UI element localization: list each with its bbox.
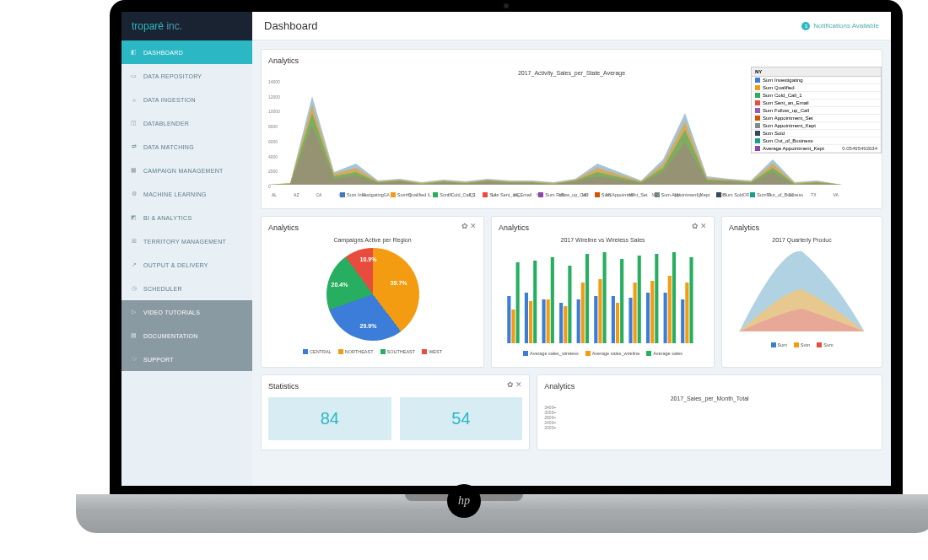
sidebar-item-data-ingestion[interactable]: ⟐DATA INGESTION	[121, 88, 252, 111]
svg-rect-0	[507, 296, 510, 343]
camera-dot	[504, 3, 509, 8]
svg-rect-27	[664, 293, 667, 343]
svg-rect-22	[634, 283, 637, 343]
svg-rect-1	[511, 310, 515, 343]
page-title: Dashboard	[264, 19, 318, 32]
sidebar-item-territory-management[interactable]: ⊞TERRITORY MANAGEMENT	[121, 229, 252, 253]
svg-rect-30	[681, 299, 684, 343]
sidebar-item-datablender[interactable]: ◫DATABLENDER	[121, 111, 252, 135]
row-mid: Analytics ✿ ✕ Campaigns Active per Regio…	[261, 216, 882, 368]
card-actions[interactable]: ✿ ✕	[507, 380, 523, 389]
card-title: Analytics	[499, 223, 707, 232]
legend-item: Sum	[771, 342, 787, 347]
svg-rect-16	[598, 279, 602, 343]
nav-icon: ◧	[130, 48, 138, 57]
nav-icon: ♡	[130, 355, 138, 363]
svg-rect-21	[629, 298, 632, 343]
svg-rect-7	[547, 299, 550, 343]
sidebar-item-support[interactable]: ♡SUPPORT	[121, 347, 252, 371]
card-title: Analytics	[268, 57, 875, 65]
chart-tooltip: NY Sum InvestigatingSum QualifiedSum Col…	[751, 67, 882, 153]
tooltip-header: NY	[752, 67, 881, 77]
svg-rect-6	[542, 299, 545, 343]
brand-name: troparé	[132, 20, 164, 32]
stat-value: 54	[412, 409, 511, 428]
sidebar-item-scheduler[interactable]: ◷SCHEDULER	[121, 277, 252, 300]
svg-rect-17	[603, 252, 607, 343]
svg-rect-2	[516, 262, 520, 343]
legend-item: Sum	[794, 342, 810, 347]
tooltip-row: Sum Sold	[752, 130, 881, 137]
nav-icon: ↗	[130, 261, 138, 269]
nav-icon: ▤	[130, 331, 138, 340]
nav-label: MACHINE LEARNING	[143, 191, 207, 197]
sidebar-item-data-matching[interactable]: ⇄DATA MATCHING	[121, 135, 252, 159]
svg-rect-14	[585, 254, 589, 343]
area-chart-quarterly	[729, 243, 875, 339]
svg-rect-9	[559, 303, 563, 343]
nav-icon: ▭	[130, 72, 138, 80]
svg-rect-26	[655, 254, 658, 343]
legend-item: Average sales_wireline	[585, 351, 639, 356]
svg-rect-20	[620, 259, 623, 343]
pie-chart: 39.7% 29.9% 20.4% 10.9%	[326, 248, 419, 341]
svg-rect-12	[577, 299, 580, 343]
content: Analytics 2017_Activity_Sales_per_State_…	[252, 40, 891, 486]
sidebar-item-output-delivery[interactable]: ↗OUTPUT & DELIVERY	[121, 253, 252, 277]
nav-label: BI & ANALYTICS	[143, 215, 192, 221]
row-bottom: Statistics ✿ ✕ 84 54 Analytics 2017_Sale…	[261, 374, 882, 450]
sidebar-item-campaign-management[interactable]: ▦CAMPAIGN MANAGEMENT	[121, 159, 252, 182]
sidebar-item-video-tutorials[interactable]: ▷VIDEO TUTORIALS	[121, 300, 252, 324]
tooltip-row: Sum Appointment_Set	[752, 115, 881, 122]
sidebar-item-machine-learning[interactable]: ⚙MACHINE LEARNING	[121, 182, 252, 206]
stat-card: 84	[268, 397, 391, 440]
card-actions[interactable]: ✿ ✕	[692, 222, 708, 230]
legend-item: SOUTHEAST	[380, 349, 416, 354]
nav-label: DATA INGESTION	[143, 97, 196, 103]
notifications-link[interactable]: 3 Notifications Available	[801, 22, 879, 30]
card-title: Analytics	[544, 382, 875, 390]
main-area: Dashboard 3 Notifications Available Anal…	[252, 12, 891, 486]
page-header: Dashboard 3 Notifications Available	[252, 12, 891, 40]
svg-rect-4	[529, 301, 532, 343]
card-statistics: Statistics ✿ ✕ 84 54	[261, 374, 530, 450]
sidebar-item-dashboard[interactable]: ◧DASHBOARD	[121, 40, 252, 64]
app-screen: troparé inc. ◧DASHBOARD▭DATA REPOSITORY⟐…	[121, 12, 891, 486]
notif-text: Notifications Available	[813, 22, 879, 30]
legend-item: Average sales	[646, 351, 683, 356]
nav-label: SCHEDULER	[143, 286, 182, 292]
nav-label: CAMPAIGN MANAGEMENT	[143, 168, 224, 174]
svg-rect-23	[638, 256, 641, 343]
nav-icon: ▦	[130, 166, 138, 175]
nav-label: DOCUMENTATION	[143, 333, 198, 339]
card-analytics-states: Analytics 2017_Activity_Sales_per_State_…	[261, 49, 882, 209]
sidebar-item-documentation[interactable]: ▤DOCUMENTATION	[121, 324, 252, 347]
legend-item: Average sales_wireless	[523, 351, 579, 356]
tooltip-row: Sum Qualified	[752, 84, 881, 92]
tooltip-row: Sum Appointment_Kept	[752, 122, 881, 130]
card-pie-campaigns: Analytics ✿ ✕ Campaigns Active per Regio…	[261, 216, 484, 368]
stat-value: 84	[280, 409, 380, 428]
legend-item: NORTHEAST	[338, 349, 374, 354]
svg-rect-18	[612, 296, 615, 343]
card-actions[interactable]: ✿ ✕	[461, 222, 477, 230]
sidebar-item-data-repository[interactable]: ▭DATA REPOSITORY	[121, 64, 252, 88]
svg-rect-28	[668, 276, 672, 343]
hp-logo: hp	[447, 484, 481, 518]
nav-label: DASHBOARD	[143, 50, 183, 56]
svg-rect-15	[594, 296, 597, 343]
bar-chart	[499, 246, 707, 347]
nav-icon: ▷	[130, 308, 138, 316]
svg-rect-3	[525, 293, 528, 343]
tooltip-row: Sum Out_of_Business	[752, 137, 881, 145]
legend-item: WEST	[422, 349, 442, 354]
chart-title: 2017_Sales_per_Month_Total	[544, 396, 875, 401]
nav-label: VIDEO TUTORIALS	[143, 310, 200, 315]
svg-rect-32	[689, 257, 693, 343]
tooltip-row: Sum Sent_an_Email	[752, 100, 881, 107]
card-quarterly: Analytics 2017 Quarterly Produc SumSumSu…	[721, 216, 882, 368]
chart-title: 2017 Quarterly Produc	[729, 237, 875, 243]
nav-icon: ◫	[130, 119, 138, 127]
sidebar-item-bi-analytics[interactable]: ◩BI & ANALYTICS	[121, 206, 252, 229]
svg-rect-31	[685, 283, 688, 343]
